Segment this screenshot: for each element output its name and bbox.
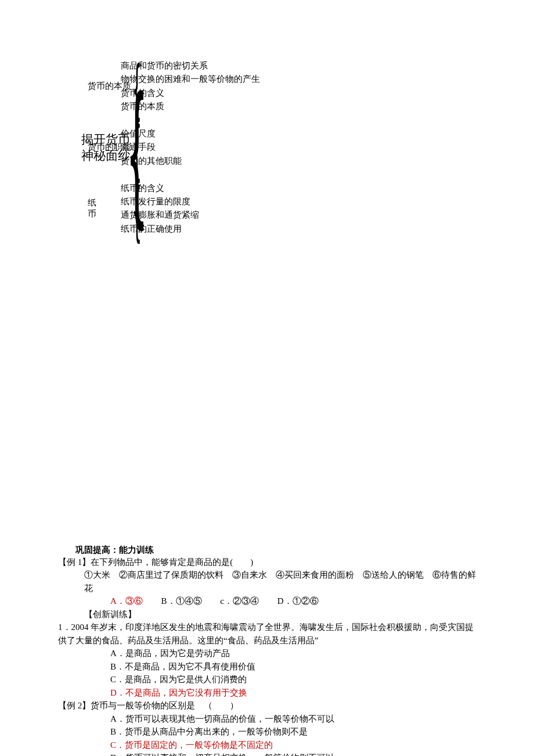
brace-icon: { [134,189,140,228]
brace-icon: { [134,67,140,106]
example-1-options: A．③⑥ B．①④⑤ c．②③④ D．①②⑥ [58,595,476,608]
example-1-items: ①大米 ②商店里过了保质期的饮料 ③自来水 ④买回来食用的面粉 ⑤送给人的钢笔 … [58,568,476,595]
q1-option-d: D．不是商品，因为它没有用于交换 [58,686,476,700]
example-2-stem: 【例 2】货币与一般等价物的区别是 （ ） [58,699,476,712]
option-c: c．②③④ [220,595,259,608]
q1-option-a: A．是商品，因为它是劳动产品 [58,647,476,660]
ex2-option-b: B．货币是从商品中分离出来的，一般等价物则不是 [58,725,476,739]
option-a: A．③⑥ [110,595,143,608]
option-b: B．①④⑤ [161,595,202,608]
q1-option-b: B．不是商品，因为它不具有使用价值 [58,660,476,674]
training-heading: 【创新训练】 [58,608,476,621]
section-title: 巩固提高：能力训练 [58,545,476,556]
ex2-option-d: D．货币可以直接和一切商品相交换，一般等价物则不可以 [58,751,476,756]
option-d: D．①②⑥ [277,595,319,608]
ex2-option-c: C．货币是固定的，一般等价物是不固定的 [58,739,476,752]
example-1-stem: 【例 1】在下列物品中，能够肯定是商品的是( ) [58,556,476,569]
concept-diagram: 揭开货币神秘面纱 { 货币的本质 { 商品和货币的密切关系 物物交换的困难和一般… [81,52,476,243]
q1-stem: 1．2004 年岁末，印度洋地区发生的地震和海啸震动了全世界。海啸发生后，国际社… [58,621,476,647]
q1-option-c: C．是商品，因为它是供人们消费的 [58,673,476,686]
ex2-option-a: A．货币可以表现其他一切商品的价值，一般等价物不可以 [58,712,476,726]
brace-icon: { [134,128,140,167]
